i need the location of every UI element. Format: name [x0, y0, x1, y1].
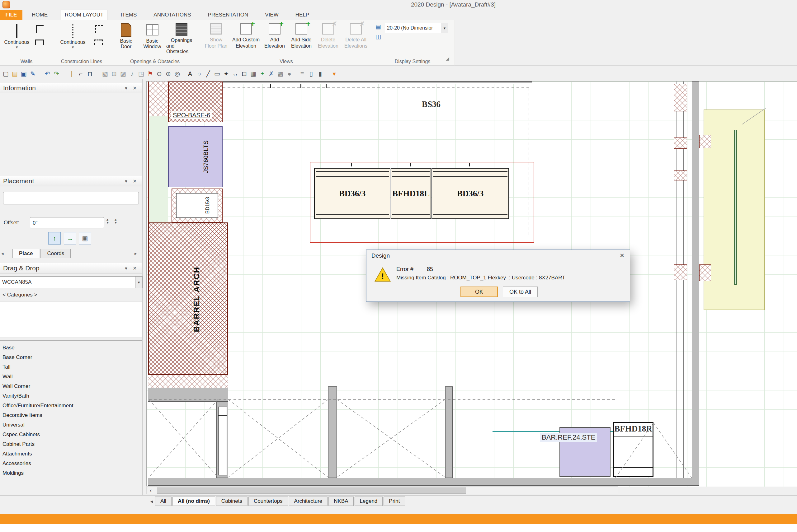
text-tool-icon[interactable]: A: [186, 69, 194, 78]
tab-home[interactable]: HOME: [28, 10, 51, 20]
rect-tool-icon[interactable]: ▭: [212, 69, 222, 78]
view-tab-countertops[interactable]: Countertops: [248, 496, 288, 506]
display-panels-icon[interactable]: ◫: [375, 33, 381, 40]
walls-continuous-button[interactable]: Continuous ▾: [3, 22, 31, 58]
image-icon[interactable]: ▧: [100, 69, 110, 78]
category-item[interactable]: Vanity/Bath: [0, 391, 142, 401]
offset-stepper[interactable]: ▴▾: [107, 218, 108, 224]
save-as-icon[interactable]: ✎: [28, 69, 37, 78]
construction-u-button[interactable]: [92, 36, 105, 49]
tab-place[interactable]: Place: [13, 249, 39, 258]
ok-to-all-button[interactable]: OK to All: [503, 287, 538, 297]
line-tool-icon[interactable]: ╱: [204, 69, 212, 78]
list-view-icon[interactable]: ≡: [298, 69, 307, 78]
sphere-icon[interactable]: ●: [285, 69, 294, 78]
label-bs36[interactable]: BS36: [422, 99, 441, 109]
category-item[interactable]: Office/Furniture/Entertainment: [0, 401, 142, 410]
dialog-launcher-icon[interactable]: ◢: [446, 56, 449, 61]
zoom-out-icon[interactable]: ⊖: [155, 69, 164, 78]
placement-name-input[interactable]: [3, 192, 139, 204]
place-next-button[interactable]: →: [64, 232, 76, 245]
categories-label[interactable]: < Categories >: [2, 292, 37, 298]
wall-corner-button[interactable]: [33, 22, 46, 35]
close-icon[interactable]: ✕: [130, 85, 139, 91]
category-item[interactable]: Base Corner: [0, 353, 142, 362]
flag-icon[interactable]: ⚑: [146, 69, 155, 78]
scrollbar-thumb[interactable]: [157, 488, 466, 494]
photo-icon[interactable]: ▨: [118, 69, 128, 78]
show-floor-plan-button[interactable]: Show Floor Plan: [203, 22, 229, 58]
move-icon[interactable]: +: [258, 69, 267, 78]
wall-line-icon[interactable]: |: [67, 69, 76, 78]
view-tab-all[interactable]: All: [155, 496, 171, 506]
category-item[interactable]: Base: [0, 343, 142, 353]
sound-icon[interactable]: ♪: [128, 69, 137, 78]
category-item[interactable]: Cspec Cabinets: [0, 430, 142, 439]
category-item[interactable]: Decorative Items: [0, 410, 142, 420]
add-custom-elevation-button[interactable]: + Add Custom Elevation: [231, 22, 261, 58]
label-spo-base[interactable]: SPO-BASE-6: [171, 111, 212, 119]
add-elevation-button[interactable]: + Add Elevation: [263, 22, 286, 58]
circle-tool-icon[interactable]: ○: [194, 69, 204, 78]
close-icon[interactable]: ✕: [130, 178, 139, 184]
doc-icon[interactable]: ▮: [316, 69, 325, 78]
tab-coords[interactable]: Coords: [40, 249, 71, 258]
close-icon[interactable]: ✕: [617, 251, 627, 260]
basic-window-button[interactable]: Basic Window: [140, 22, 165, 58]
tab-nav-left-icon[interactable]: ◂: [148, 498, 155, 504]
open-folder-icon[interactable]: ▤: [10, 69, 19, 78]
category-item[interactable]: Cabinet Parts: [0, 439, 142, 449]
catalog-dropdown[interactable]: WCCAN85A ▾: [0, 276, 143, 288]
redo-icon[interactable]: ↷: [52, 69, 61, 78]
tab-help[interactable]: HELP: [292, 10, 313, 20]
tab-scroll-right-icon[interactable]: ▸: [134, 251, 137, 256]
add-side-elevation-button[interactable]: + Add Side Elevation: [288, 22, 315, 58]
offset-stepper-2[interactable]: ▴▾: [115, 218, 116, 224]
texture-icon[interactable]: ▩: [276, 69, 285, 78]
category-item[interactable]: Accessories: [0, 459, 142, 468]
grid-icon[interactable]: ⊞: [110, 69, 118, 78]
view-tab-legend[interactable]: Legend: [355, 496, 383, 506]
category-item[interactable]: Tall: [0, 362, 142, 372]
view-tab-print[interactable]: Print: [384, 496, 405, 506]
tab-file[interactable]: FILE: [0, 10, 22, 20]
place-up-button[interactable]: ↑: [48, 232, 61, 245]
tab-presentation[interactable]: PRESENTATION: [204, 10, 252, 20]
wall-u-icon[interactable]: ⊓: [85, 69, 94, 78]
save-icon[interactable]: ▣: [19, 69, 28, 78]
collapse-icon[interactable]: ▾: [122, 85, 130, 91]
category-item[interactable]: Moldings: [0, 468, 142, 478]
tab-view[interactable]: VIEW: [261, 10, 282, 20]
ok-button[interactable]: OK: [461, 287, 498, 297]
zoom-select-icon[interactable]: ◎: [173, 69, 182, 78]
category-item[interactable]: Wall Corner: [0, 381, 142, 391]
annotation-icon[interactable]: ◳: [137, 69, 146, 78]
wall-u-button[interactable]: [33, 36, 46, 49]
display-layers-icon[interactable]: ▤: [375, 23, 381, 30]
polyline-tool-icon[interactable]: ✦: [222, 69, 231, 78]
tab-items[interactable]: ITEMS: [117, 10, 141, 20]
tab-room-layout[interactable]: ROOM LAYOUT: [61, 10, 107, 20]
snap-grid-icon[interactable]: ⊟: [240, 69, 249, 78]
construction-continuous-button[interactable]: Continuous ▾: [58, 22, 87, 58]
dimension-set-dropdown[interactable]: 20-20 (No Dimensior ▾: [385, 23, 448, 33]
view-tab-cabinets[interactable]: Cabinets: [216, 496, 247, 506]
openings-obstacles-button[interactable]: Openings and Obstacles: [166, 22, 197, 58]
offset-input[interactable]: 0": [30, 217, 104, 228]
collapse-icon[interactable]: ▾: [122, 265, 130, 271]
new-file-icon[interactable]: ▢: [1, 69, 10, 78]
zoom-in-icon[interactable]: ⊕: [164, 69, 173, 78]
category-item[interactable]: Universal: [0, 420, 142, 430]
tab-annotations[interactable]: ANNOTATIONS: [150, 10, 194, 20]
dimension-icon[interactable]: ↔: [231, 69, 240, 78]
view-tab-nkba[interactable]: NKBA: [329, 496, 353, 506]
tab-scroll-left-icon[interactable]: ◂: [1, 251, 4, 256]
view-tab-architecture[interactable]: Architecture: [289, 496, 328, 506]
delete-all-elevations-button[interactable]: ✗ Delete All Elevations: [341, 22, 370, 58]
canvas-hscrollbar[interactable]: ‹: [146, 486, 618, 494]
category-item[interactable]: Wall: [0, 372, 142, 381]
delete-elevation-button[interactable]: ✗ Delete Elevation: [316, 22, 340, 58]
delete-icon[interactable]: ✗: [267, 69, 276, 78]
monitor-icon[interactable]: ▯: [307, 69, 316, 78]
duplicate-button[interactable]: ▣: [79, 232, 91, 245]
